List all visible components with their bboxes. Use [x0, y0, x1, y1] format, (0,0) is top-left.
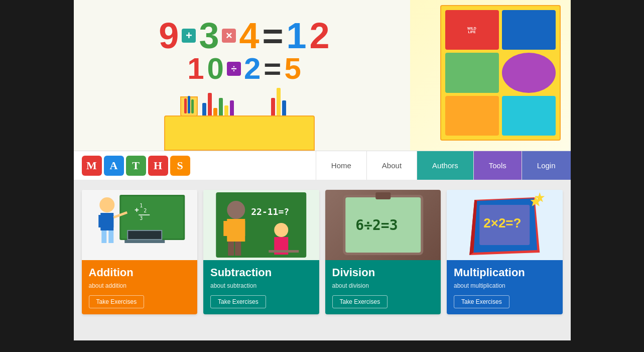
nav-about[interactable]: About [366, 151, 417, 180]
svg-text:2×2=?: 2×2=? [483, 215, 521, 230]
svg-rect-20 [223, 221, 228, 236]
multiplication-btn[interactable]: Take Exercises [454, 295, 509, 308]
subtraction-title: Subtraction [210, 266, 312, 279]
card-division: 6÷2=3 Division about division Take Exerc… [325, 190, 441, 314]
cards-grid: + 1 2 3 [82, 190, 563, 314]
op3: ÷ [227, 62, 241, 76]
nav-links: Home About Authors Tools Login [316, 151, 571, 180]
svg-text:2: 2 [144, 208, 147, 213]
n3: 4 [239, 18, 259, 54]
card-multiplication-body: Multiplication about multiplication Take… [447, 260, 563, 314]
card-subtraction-image: 22-11=? [203, 190, 319, 260]
n2: 3 [199, 18, 219, 54]
eq1: = [263, 18, 284, 54]
multiplication-svg: 2×2=? [447, 190, 563, 260]
n1: 9 [159, 18, 179, 54]
card-subtraction: 22-11=? Subtraction about subtraction Ta… [203, 190, 319, 314]
logo-area: M A T H S [74, 156, 198, 176]
svg-text:22-11=?: 22-11=? [251, 206, 289, 217]
svg-point-24 [274, 223, 288, 237]
op1: + [182, 29, 196, 43]
desk [164, 115, 315, 151]
card-division-body: Division about division Take Exercises [325, 260, 441, 314]
main-container: M A T H S Home Ab [74, 151, 571, 340]
toy-purple [502, 53, 556, 92]
svg-rect-7 [124, 240, 165, 243]
svg-rect-14 [101, 230, 106, 243]
logo-s: S [170, 156, 190, 176]
n4: 1 [287, 18, 307, 54]
logo-m: M [82, 156, 102, 176]
svg-rect-26 [269, 250, 299, 253]
svg-rect-13 [109, 215, 113, 227]
card-subtraction-body: Subtraction about subtraction Take Exerc… [203, 260, 319, 314]
addition-svg: + 1 2 3 [82, 190, 198, 260]
pencil-cup [180, 96, 198, 116]
subtraction-desc: about subtraction [210, 282, 312, 289]
svg-rect-30 [375, 192, 391, 199]
toy-green [445, 53, 499, 92]
svg-rect-9 [128, 231, 161, 239]
nav-login[interactable]: Login [522, 151, 571, 180]
addition-btn[interactable]: Take Exercises [89, 295, 145, 308]
division-svg: 6÷2=3 [325, 190, 441, 260]
hero-row-1: 9 + 3 × 4 = 1 2 [159, 18, 329, 54]
cards-section: + 1 2 3 [74, 180, 571, 340]
logo-t: T [126, 156, 146, 176]
cup-pencil1 [184, 98, 187, 113]
shelf-unit: WILDLIFE [440, 5, 561, 141]
svg-rect-23 [235, 242, 241, 256]
book-1: WILDLIFE [445, 10, 499, 50]
nav-authors[interactable]: Authors [417, 151, 473, 180]
toy-teal [502, 96, 556, 136]
division-btn[interactable]: Take Exercises [332, 295, 388, 308]
op2: × [222, 29, 236, 43]
n7: 0 [207, 54, 224, 84]
n5: 2 [310, 18, 330, 54]
n9: 5 [284, 54, 301, 84]
card-multiplication: 2×2=? Multiplication about multiplicatio… [447, 190, 563, 314]
subtraction-svg: 22-11=? [203, 190, 319, 260]
card-addition: + 1 2 3 [82, 190, 198, 314]
svg-rect-12 [98, 215, 102, 227]
svg-point-10 [99, 197, 114, 212]
multiplication-title: Multiplication [454, 266, 556, 279]
n8: 2 [244, 54, 261, 84]
card-addition-image: + 1 2 3 [82, 190, 198, 260]
cup-pencil3 [191, 99, 194, 113]
hero-banner: 9 + 3 × 4 = 1 2 1 0 ÷ 2 = 5 [74, 0, 571, 151]
svg-text:6÷2=3: 6÷2=3 [355, 217, 398, 233]
cup-pencil2 [188, 96, 190, 113]
svg-text:1: 1 [140, 203, 143, 208]
svg-text:+: + [135, 206, 139, 214]
eq2: = [264, 54, 281, 84]
nav-home[interactable]: Home [316, 151, 366, 180]
n6: 1 [187, 54, 204, 84]
svg-text:3: 3 [140, 215, 143, 221]
logo-a: A [104, 156, 124, 176]
hero-row-2: 1 0 ÷ 2 = 5 [187, 54, 301, 84]
svg-point-18 [227, 201, 245, 219]
book-2 [502, 10, 556, 50]
toy-orange [445, 96, 499, 136]
navbar: M A T H S Home Ab [74, 151, 571, 180]
svg-rect-22 [228, 242, 234, 256]
addition-desc: about addition [89, 282, 191, 289]
card-addition-body: Addition about addition Take Exercises [82, 260, 198, 314]
logo-h: H [148, 156, 168, 176]
subtraction-btn[interactable]: Take Exercises [210, 295, 266, 308]
hero-shelf: WILDLIFE [410, 0, 571, 151]
outer-wrapper: 9 + 3 × 4 = 1 2 1 0 ÷ 2 = 5 [0, 0, 644, 352]
svg-rect-21 [240, 221, 245, 236]
card-division-image: 6÷2=3 [325, 190, 441, 260]
multiplication-desc: about multiplication [454, 282, 556, 289]
addition-title: Addition [89, 266, 191, 279]
svg-rect-15 [108, 230, 113, 243]
nav-tools[interactable]: Tools [473, 151, 522, 180]
card-multiplication-image: 2×2=? [447, 190, 563, 260]
division-desc: about division [332, 282, 434, 289]
division-title: Division [332, 266, 434, 279]
